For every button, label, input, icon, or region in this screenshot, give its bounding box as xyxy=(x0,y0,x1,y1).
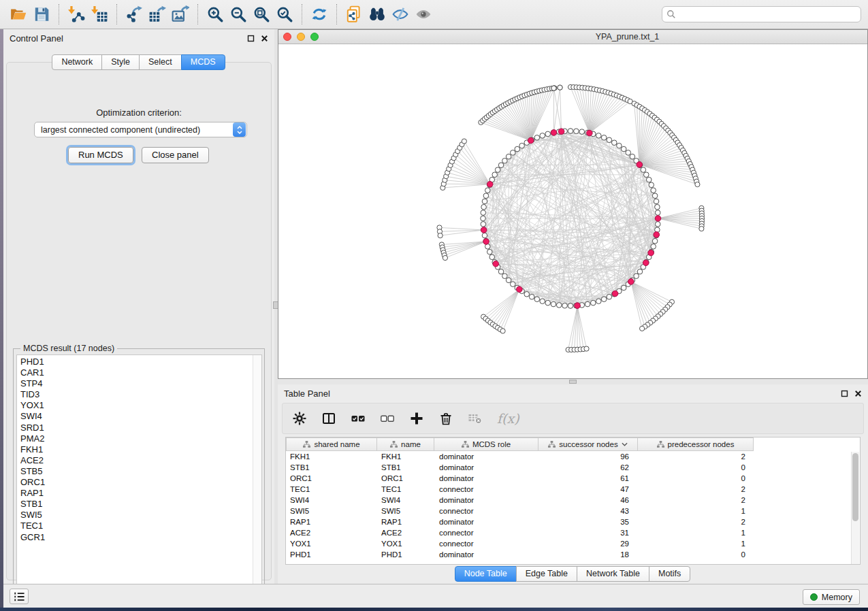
list-item[interactable]: GCR1 xyxy=(20,532,253,543)
select-all-icon xyxy=(351,412,365,425)
list-item[interactable]: STB5 xyxy=(20,466,253,477)
refresh-button[interactable] xyxy=(308,3,331,25)
tab-node-table[interactable]: Node Table xyxy=(455,566,517,582)
table-cell: FKH1 xyxy=(377,452,435,461)
table-body: FKH1FKH1dominator962STB1STB1dominator620… xyxy=(286,451,860,560)
desktop-wallpaper-bottom xyxy=(0,608,868,611)
table-cell: TEC1 xyxy=(377,485,435,493)
table-cell: 0 xyxy=(640,474,756,482)
table-scrollbar[interactable] xyxy=(851,452,859,564)
import-network-icon xyxy=(67,5,85,23)
zoom-fit-button[interactable] xyxy=(250,3,273,25)
column-header[interactable]: shared name xyxy=(286,437,377,451)
tab-style[interactable]: Style xyxy=(101,54,140,70)
list-item[interactable]: ACE2 xyxy=(20,455,253,466)
list-item[interactable]: YOX1 xyxy=(20,400,253,411)
list-item[interactable]: CAR1 xyxy=(20,367,253,378)
list-item[interactable]: STB1 xyxy=(20,499,253,510)
table-row[interactable]: FKH1FKH1dominator962 xyxy=(286,451,860,462)
table-row[interactable]: RAP1RAP1dominator352 xyxy=(286,516,860,527)
table-cell: 2 xyxy=(640,496,756,504)
list-item[interactable]: PHD1 xyxy=(20,357,253,367)
table-toolbar: f(x) xyxy=(282,403,864,434)
add-column-button[interactable] xyxy=(409,411,424,426)
attribute-icon xyxy=(462,441,469,448)
export-table-button[interactable] xyxy=(146,3,169,25)
table-row[interactable]: PHD1PHD1dominator180 xyxy=(286,549,860,560)
tab-motifs[interactable]: Motifs xyxy=(649,566,690,582)
table-cell: ACE2 xyxy=(377,529,435,537)
export-image-button[interactable] xyxy=(169,3,192,25)
table-row[interactable]: ORC1ORC1dominator610 xyxy=(286,473,860,484)
list-item[interactable]: PMA2 xyxy=(20,433,253,444)
column-header[interactable]: MCDS role xyxy=(434,437,539,451)
table-row[interactable]: SWI5SWI5connector431 xyxy=(286,506,860,516)
list-item[interactable]: FKH1 xyxy=(20,444,253,455)
close-icon[interactable] xyxy=(261,35,268,42)
tab-edge-table[interactable]: Edge Table xyxy=(516,566,577,582)
list-item[interactable]: STP4 xyxy=(20,378,253,389)
import-table-button[interactable] xyxy=(88,3,111,25)
search-network-button[interactable] xyxy=(366,3,389,25)
result-scrollbar[interactable] xyxy=(253,355,261,598)
network-canvas[interactable] xyxy=(278,44,867,378)
select-all-button[interactable] xyxy=(351,411,366,426)
column-header[interactable]: name xyxy=(376,437,434,451)
float-window-icon[interactable] xyxy=(247,35,255,42)
task-history-button[interactable] xyxy=(10,589,29,604)
list-item[interactable]: SRD1 xyxy=(20,423,253,433)
table-row[interactable]: ACE2ACE2connector311 xyxy=(286,527,860,538)
list-item[interactable]: SWI4 xyxy=(20,411,253,422)
export-network-button[interactable] xyxy=(123,3,146,25)
function-builder-button[interactable]: f(x) xyxy=(497,411,519,426)
search-input[interactable] xyxy=(679,10,856,19)
close-panel-button[interactable]: Close panel xyxy=(142,147,209,163)
table-cell: RAP1 xyxy=(377,518,435,526)
list-item[interactable]: RAP1 xyxy=(20,488,253,499)
clone-network-button[interactable] xyxy=(342,3,366,25)
scrollbar-thumb[interactable] xyxy=(852,453,858,521)
column-header[interactable]: predecessor nodes xyxy=(637,437,754,451)
list-item[interactable]: ORC1 xyxy=(20,477,253,488)
import-network-button[interactable] xyxy=(65,3,88,25)
memory-button[interactable]: Memory xyxy=(803,589,860,605)
table-cell: SWI4 xyxy=(286,496,377,504)
splitter-handle[interactable] xyxy=(569,380,577,384)
open-file-button[interactable] xyxy=(7,3,30,25)
table-row[interactable]: YOX1YOX1connector291 xyxy=(286,538,860,549)
network-window-titlebar[interactable]: YPA_prune.txt_1 xyxy=(278,30,867,44)
show-columns-button[interactable] xyxy=(321,411,336,426)
list-icon xyxy=(13,591,25,602)
tab-mcds[interactable]: MCDS xyxy=(181,54,225,70)
zoom-in-button[interactable] xyxy=(204,3,227,25)
table-cell: ORC1 xyxy=(377,474,435,482)
network-search-field[interactable] xyxy=(662,6,861,22)
close-icon[interactable] xyxy=(854,390,862,397)
float-window-icon[interactable] xyxy=(841,390,848,397)
criterion-dropdown[interactable]: largest connected component (undirected) xyxy=(34,122,247,137)
delete-column-button[interactable] xyxy=(438,411,453,426)
tab-network[interactable]: Network xyxy=(52,54,102,70)
list-item[interactable]: TID3 xyxy=(20,389,253,400)
delete-table-button[interactable] xyxy=(468,411,483,426)
zoom-out-button[interactable] xyxy=(227,3,250,25)
deselect-all-button[interactable] xyxy=(380,411,395,426)
table-row[interactable]: STB1STB1dominator620 xyxy=(286,462,860,473)
node-table: shared namenameMCDS rolesuccessor nodesp… xyxy=(285,437,861,565)
preview-button[interactable] xyxy=(412,3,435,25)
tab-network-table[interactable]: Network Table xyxy=(577,566,649,582)
show-hide-panel-button[interactable] xyxy=(389,3,412,25)
column-header[interactable]: successor nodes xyxy=(538,437,638,451)
zoom-selected-button[interactable] xyxy=(273,3,296,25)
list-item[interactable]: SWI5 xyxy=(20,510,253,521)
control-panel-title: Control Panel xyxy=(10,33,63,44)
horizontal-splitter[interactable] xyxy=(278,379,868,384)
run-mcds-button[interactable]: Run MCDS xyxy=(68,147,133,163)
save-session-button[interactable] xyxy=(30,3,53,25)
table-row[interactable]: SWI4SWI4dominator462 xyxy=(286,495,860,506)
table-row[interactable]: TEC1TEC1connector472 xyxy=(286,484,860,495)
list-item[interactable]: TEC1 xyxy=(20,521,253,531)
tab-select[interactable]: Select xyxy=(139,54,182,70)
table-settings-button[interactable] xyxy=(292,411,307,426)
toolbar-separator xyxy=(116,4,117,24)
